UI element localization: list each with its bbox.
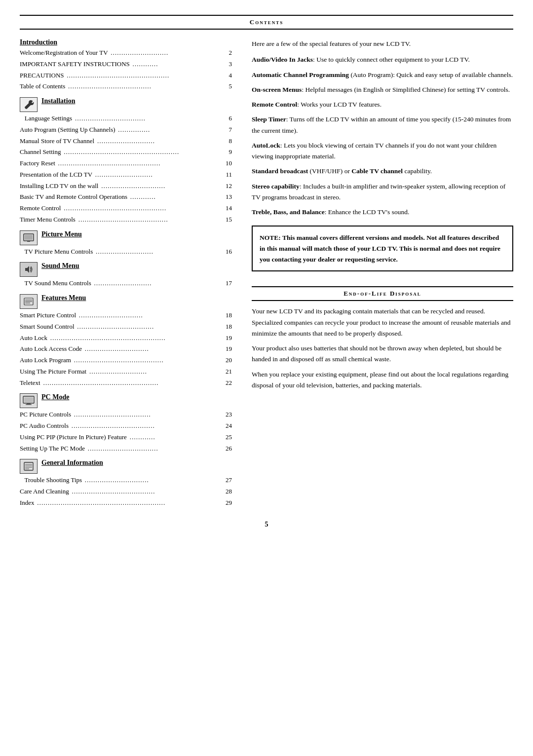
toc-row: Presentation of the LCD TV ……………………… 11 [20,169,232,181]
installation-title: Installation [41,97,75,105]
toc-row: TV Picture Menu Controls ……………………… 16 [20,246,232,258]
toc-row: PC Audio Controls ………………………………… 24 [20,420,232,432]
toc-row: IMPORTANT SAFETY INSTRUCTIONS ………… 3 [20,59,232,70]
toc-row: PRECAUTIONS ………………………………………… 4 [20,70,232,81]
feature-treble-bass: Treble, Bass, and Balance: Enhance the L… [252,207,513,218]
feature-av-jacks: Audio/Video In Jacks: Use to quickly con… [252,54,513,65]
picture-menu-entries: TV Picture Menu Controls ……………………… 16 [20,246,232,258]
toc-row: Auto Lock ……………………………………………… 19 [20,333,232,344]
installation-title-wrap: Installation [41,97,75,105]
svg-rect-11 [26,404,32,405]
installation-section: Installation [20,97,232,112]
pc-mode-icon [20,393,38,408]
toc-row: Table of Contents ………………………………… 5 [20,81,232,92]
toc-row: Setting Up The PC Mode …………………………… 26 [20,443,232,454]
toc-row: Index …………………………………………………… 29 [20,497,232,509]
toc-row: Remote Control ………………………………………… 14 [20,203,232,214]
sound-menu-entries: TV Sound Menu Controls ……………………… 17 [20,278,232,289]
features-menu-section: Features Menu [20,294,232,309]
installation-icon [20,97,38,112]
svg-marker-3 [25,266,29,273]
monitor-icon [23,396,35,406]
toc-row: TV Sound Menu Controls ……………………… 17 [20,278,232,289]
features-menu-title: Features Menu [41,294,86,302]
toc-row: Channel Setting ……………………………………………… 9 [20,147,232,158]
sound-menu-section: Sound Menu [20,262,232,277]
feature-remote-control: Remote Control: Works your LCD TV featur… [252,99,513,110]
toc-row: Timer Menu Controls …………………………………… 15 [20,214,232,226]
feature-auto-channel: Automatic Channel Programming (Auto Prog… [252,70,513,80]
picture-menu-icon [20,230,38,245]
general-info-icon [20,459,38,474]
general-info-section: General Information [20,459,232,474]
pc-mode-title-wrap: PC Mode [41,393,69,401]
introduction-title: Introduction [20,38,232,46]
pc-mode-title: PC Mode [41,393,69,401]
header-title: Contents [250,18,283,26]
speaker-icon [23,265,34,274]
menu-list-icon [23,297,34,306]
svg-rect-9 [24,397,33,402]
toc-row: Auto Lock Program …………………………………… 20 [20,355,232,366]
contents-header: Contents [20,15,513,30]
toc-row: Trouble Shooting Tips ………………………… 27 [20,475,232,486]
general-info-title-wrap: General Information [41,459,103,467]
feature-stereo: Stereo capability: Includes a built-in a… [252,181,513,203]
feature-autolock: AutoLock: Lets you block viewing of cert… [252,140,513,162]
toc-row: Teletext ……………………………………………… 22 [20,378,232,389]
toc-row: Basic TV and Remote Control Operations …… [20,191,232,203]
toc-row: Welcome/Registration of Your TV ……………………… [20,47,232,59]
toc-row: Care And Cleaning ………………………………… 28 [20,486,232,497]
toc-row: Auto Lock Access Code ………………………… 19 [20,343,232,355]
feature-standard-broadcast: Standard broadcast (VHF/UHF) or Cable TV… [252,166,513,177]
toc-row: Using PC PIP (Picture In Picture) Featur… [20,432,232,443]
eol-paragraph-1: Your new LCD TV and its packaging contai… [252,306,513,339]
page-number: 5 [20,521,513,529]
features-menu-title-wrap: Features Menu [41,294,86,302]
toc-row: PC Picture Controls ……………………………… 23 [20,409,232,420]
features-menu-icon [20,294,38,309]
eol-paragraph-2: Your product also uses batteries that sh… [252,343,513,365]
pc-mode-entries: PC Picture Controls ……………………………… 23 PC A… [20,409,232,454]
toc-row: Smart Picture Control ………………………… 18 [20,310,232,321]
toc-row: Smart Sound Control ……………………………… 18 [20,321,232,333]
sound-menu-title-wrap: Sound Menu [41,262,79,270]
svg-rect-1 [25,235,33,240]
toc-row: Using The Picture Format ……………………… 21 [20,366,232,378]
general-info-title: General Information [41,459,103,466]
end-of-life-title: End-of-Life Disposal [343,290,421,297]
note-box: NOTE: This manual covers different versi… [252,226,513,271]
pc-mode-section: PC Mode [20,393,232,408]
book-icon [23,461,34,471]
toc-row: Auto Program (Setting Up Channels) ……………… [20,124,232,136]
eol-paragraph-3: When you replace your existing equipment… [252,369,513,391]
features-menu-entries: Smart Picture Control ………………………… 18 Smar… [20,310,232,388]
introduction-section: Introduction Welcome/Registration of You… [20,38,232,92]
two-column-layout: Introduction Welcome/Registration of You… [20,38,513,511]
left-column: Introduction Welcome/Registration of You… [20,38,232,511]
picture-menu-title: Picture Menu [41,230,82,238]
picture-menu-section: Picture Menu [20,230,232,245]
toc-row: Installing LCD TV on the wall …………………………… [20,181,232,192]
picture-menu-title-wrap: Picture Menu [41,230,82,238]
svg-rect-10 [27,403,31,404]
tv-icon [23,233,34,242]
wrench-icon [23,99,34,110]
intro-text: Here are a few of the special features o… [252,38,513,49]
toc-row: Manual Store of TV Channel ……………………… 8 [20,136,232,147]
general-info-entries: Trouble Shooting Tips ………………………… 27 Care… [20,475,232,508]
feature-onscreen-menus: On-screen Menus: Helpful messages (in En… [252,84,513,95]
end-of-life-header: End-of-Life Disposal [252,286,513,301]
installation-entries: Language Settings …………………………… 6 Auto Pro… [20,113,232,226]
toc-row: Factory Reset ………………………………………… 10 [20,158,232,169]
sound-menu-icon [20,262,38,277]
sound-menu-title: Sound Menu [41,262,79,269]
page: Contents Introduction Welcome/Registrati… [0,0,533,756]
svg-rect-12 [24,462,33,470]
right-column: Here are a few of the special features o… [252,38,513,511]
toc-row: Language Settings …………………………… 6 [20,113,232,124]
feature-sleep-timer: Sleep Timer: Turns off the LCD TV within… [252,114,513,136]
